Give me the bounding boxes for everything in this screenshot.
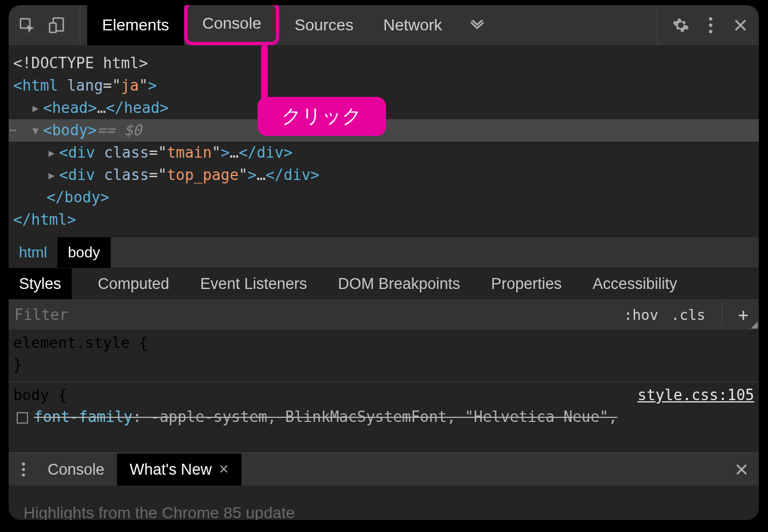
close-devtools-icon[interactable] bbox=[728, 13, 753, 38]
styles-subtabs: Styles Computed Event Listeners DOM Brea… bbox=[9, 268, 759, 300]
styles-filter-input[interactable] bbox=[9, 306, 614, 323]
body-style-rule[interactable]: body { style.css:105 font-family: -apple… bbox=[9, 382, 759, 433]
main-tabs: Elements Console Sources Network bbox=[87, 5, 497, 45]
property-checkbox[interactable] bbox=[17, 412, 28, 424]
svg-point-3 bbox=[709, 17, 712, 21]
drawer-tab-console[interactable]: Console bbox=[35, 453, 117, 486]
subtab-styles[interactable]: Styles bbox=[9, 268, 72, 299]
svg-point-7 bbox=[22, 468, 25, 471]
dom-line-body-close[interactable]: </body> bbox=[13, 186, 754, 209]
element-style-rule[interactable]: element.style { } bbox=[9, 330, 759, 382]
breadcrumb-body[interactable]: body bbox=[57, 237, 110, 268]
drawer-tab-whatsnew[interactable]: What's New✕ bbox=[117, 453, 241, 486]
svg-point-8 bbox=[22, 474, 25, 476]
annotation-bubble: クリック bbox=[258, 97, 386, 136]
tab-sources[interactable]: Sources bbox=[279, 5, 368, 45]
svg-point-4 bbox=[709, 24, 712, 27]
kebab-menu-icon[interactable] bbox=[698, 13, 723, 38]
tab-elements[interactable]: Elements bbox=[87, 5, 184, 45]
subtab-properties[interactable]: Properties bbox=[486, 268, 566, 299]
dom-line-html[interactable]: <html lang="ja"> bbox=[13, 75, 754, 97]
new-style-rule-icon[interactable]: + bbox=[738, 305, 748, 325]
elements-breadcrumb: html body bbox=[9, 237, 759, 268]
close-tab-icon[interactable]: ✕ bbox=[219, 462, 229, 477]
main-toolbar: Elements Console Sources Network bbox=[9, 5, 759, 45]
styles-panel: element.style { } body { style.css:105 f… bbox=[9, 330, 759, 433]
drawer-content: Highlights from the Chrome 85 update bbox=[9, 486, 759, 521]
expand-arrow-icon[interactable]: ▶ bbox=[30, 97, 41, 119]
toolbar-inspector-group bbox=[14, 5, 80, 45]
styles-filter-bar: :hov .cls + bbox=[9, 300, 759, 330]
annotation-connector bbox=[261, 45, 268, 100]
drawer-tabs: Console What's New✕ bbox=[9, 453, 759, 486]
subtab-accessibility[interactable]: Accessibility bbox=[588, 268, 681, 299]
whatsnew-heading: Highlights from the Chrome 85 update bbox=[24, 504, 744, 521]
svg-point-6 bbox=[22, 463, 25, 466]
separator bbox=[722, 303, 722, 326]
subtab-event-listeners[interactable]: Event Listeners bbox=[196, 268, 311, 299]
collapse-arrow-icon[interactable]: ▼ bbox=[30, 119, 41, 142]
svg-point-5 bbox=[709, 30, 712, 33]
settings-gear-icon[interactable] bbox=[668, 13, 693, 38]
devtools-window: Elements Console Sources Network bbox=[8, 5, 759, 521]
subtab-dom-breakpoints[interactable]: DOM Breakpoints bbox=[333, 268, 465, 299]
drawer-menu-icon[interactable] bbox=[12, 462, 35, 477]
close-drawer-icon[interactable] bbox=[735, 463, 748, 476]
more-tabs-icon[interactable] bbox=[457, 20, 497, 30]
cls-toggle[interactable]: .cls bbox=[671, 307, 705, 323]
dom-line-doctype[interactable]: <!DOCTYPE html> bbox=[13, 52, 754, 75]
overflow-indicator: ⋯ bbox=[10, 119, 17, 142]
breadcrumb-html[interactable]: html bbox=[9, 237, 57, 268]
hov-toggle[interactable]: :hov bbox=[624, 307, 658, 323]
tab-network[interactable]: Network bbox=[368, 5, 457, 45]
device-toolbar-icon[interactable] bbox=[44, 13, 69, 38]
inspect-element-icon[interactable] bbox=[14, 13, 40, 38]
rule-close: } bbox=[13, 354, 754, 375]
subtab-computed[interactable]: Computed bbox=[93, 268, 174, 299]
rule-selector[interactable]: element.style { bbox=[13, 332, 754, 354]
console-drawer: Console What's New✕ Highlights from the … bbox=[9, 452, 759, 520]
expand-arrow-icon[interactable]: ▶ bbox=[46, 142, 57, 164]
tab-console[interactable]: Console bbox=[184, 5, 280, 45]
svg-rect-2 bbox=[50, 23, 56, 32]
dom-line-div-toppage[interactable]: ▶<div class="top_page">…</div> bbox=[13, 164, 754, 186]
filter-actions: :hov .cls + bbox=[614, 303, 759, 326]
property-row[interactable]: font-family: -apple-system, BlinkMacSyst… bbox=[13, 406, 754, 428]
elements-dom-tree[interactable]: <!DOCTYPE html> <html lang="ja"> ▶<head>… bbox=[9, 45, 759, 237]
expand-arrow-icon[interactable]: ▶ bbox=[46, 164, 57, 186]
dom-line-html-close[interactable]: </html> bbox=[13, 209, 754, 231]
toolbar-actions bbox=[657, 5, 753, 45]
resize-corner-icon[interactable] bbox=[751, 322, 758, 328]
source-link[interactable]: style.css:105 bbox=[638, 384, 755, 406]
rule-selector[interactable]: body { bbox=[13, 384, 67, 406]
dom-line-div-tmain[interactable]: ▶<div class="tmain">…</div> bbox=[13, 142, 754, 164]
